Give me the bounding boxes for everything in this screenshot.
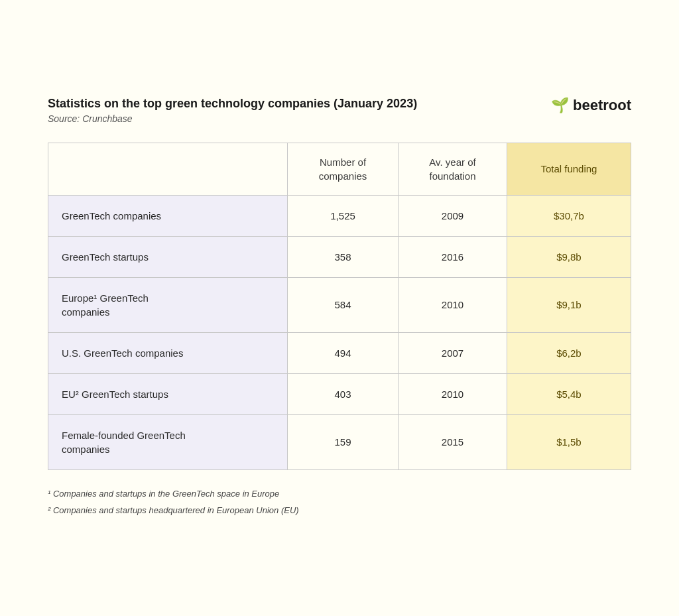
cell-number: 358 (287, 236, 398, 277)
cell-funding: $1,5b (507, 414, 631, 469)
logo-icon: 🌱 (551, 97, 569, 114)
page-title: Statistics on the top green technology c… (48, 97, 417, 111)
cell-label: Female-founded GreenTechcompanies (48, 414, 288, 469)
col-header-year: Av. year offoundation (399, 143, 507, 195)
cell-funding: $30,7b (507, 195, 631, 236)
stats-table: Number ofcompanies Av. year offoundation… (48, 143, 631, 470)
cell-funding: $9,8b (507, 236, 631, 277)
table-row: U.S. GreenTech companies4942007$6,2b (48, 332, 631, 373)
col-header-funding: Total funding (507, 143, 631, 195)
main-card: Statistics on the top green technology c… (21, 70, 658, 546)
cell-number: 584 (287, 277, 398, 332)
page-header: Statistics on the top green technology c… (48, 97, 631, 124)
cell-number: 159 (287, 414, 398, 469)
table-row: Europe¹ GreenTechcompanies5842010$9,1b (48, 277, 631, 332)
cell-label: GreenTech companies (48, 195, 288, 236)
cell-label: Europe¹ GreenTechcompanies (48, 277, 288, 332)
cell-year: 2009 (399, 195, 507, 236)
cell-funding: $9,1b (507, 277, 631, 332)
logo-text: beetroot (573, 97, 631, 114)
footnote-1: ¹ Companies and startups in the GreenTec… (48, 486, 631, 501)
cell-label: EU² GreenTech startups (48, 373, 288, 414)
page-subtitle: Source: Crunchbase (48, 113, 417, 124)
cell-funding: $5,4b (507, 373, 631, 414)
footnote-2: ² Companies and startups headquartered i… (48, 503, 631, 518)
cell-funding: $6,2b (507, 332, 631, 373)
cell-year: 2010 (399, 373, 507, 414)
cell-year: 2007 (399, 332, 507, 373)
col-header-label (48, 143, 288, 195)
cell-number: 1,525 (287, 195, 398, 236)
table-header-row: Number ofcompanies Av. year offoundation… (48, 143, 631, 195)
header-left: Statistics on the top green technology c… (48, 97, 417, 124)
cell-number: 494 (287, 332, 398, 373)
col-header-number: Number ofcompanies (287, 143, 398, 195)
cell-label: GreenTech startups (48, 236, 288, 277)
cell-year: 2016 (399, 236, 507, 277)
cell-label: U.S. GreenTech companies (48, 332, 288, 373)
cell-year: 2010 (399, 277, 507, 332)
table-body: GreenTech companies1,5252009$30,7bGreenT… (48, 195, 631, 469)
table-row: GreenTech startups3582016$9,8b (48, 236, 631, 277)
table-row: Female-founded GreenTechcompanies1592015… (48, 414, 631, 469)
table-row: GreenTech companies1,5252009$30,7b (48, 195, 631, 236)
cell-year: 2015 (399, 414, 507, 469)
brand-logo: 🌱 beetroot (551, 97, 631, 114)
footnotes-section: ¹ Companies and startups in the GreenTec… (48, 486, 631, 519)
cell-number: 403 (287, 373, 398, 414)
table-row: EU² GreenTech startups4032010$5,4b (48, 373, 631, 414)
